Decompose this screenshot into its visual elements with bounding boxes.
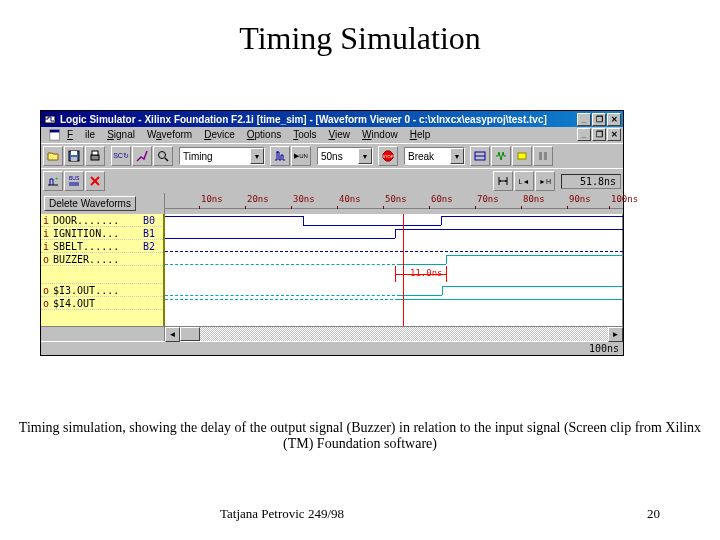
menu-waveform[interactable]: Waveform <box>141 128 198 142</box>
ruler-tick: 90ns <box>569 194 591 204</box>
maximize-button[interactable]: ❐ <box>592 113 606 126</box>
status-bar: 100ns <box>41 341 623 355</box>
slide-caption: Timing simulation, showing the delay of … <box>0 420 720 452</box>
signal-row-sbelt[interactable]: iSBELT......B2 <box>41 240 163 253</box>
ruler-tick: 40ns <box>339 194 361 204</box>
mode-field[interactable] <box>180 150 250 163</box>
run-button[interactable]: ▶UN <box>291 146 311 166</box>
ruler-tick: 80ns <box>523 194 545 204</box>
signal-row-buzzer[interactable]: oBUZZER..... <box>41 253 163 266</box>
menu-help[interactable]: Help <box>404 128 437 142</box>
signal-gap <box>41 266 163 284</box>
slide-title: Timing Simulation <box>0 20 720 57</box>
svg-rect-16 <box>544 152 547 160</box>
break-dropdown[interactable]: ▼ <box>404 147 465 165</box>
tool-btn-c[interactable] <box>512 146 532 166</box>
logic-simulator-window: Logic Simulator - Xilinx Foundation F2.1… <box>40 110 624 356</box>
measure-button[interactable] <box>493 171 513 191</box>
scroll-right-button[interactable]: ► <box>608 327 623 342</box>
mdi-close-button[interactable]: ✕ <box>607 128 621 141</box>
cursor-left-button[interactable]: L◄ <box>514 171 534 191</box>
cursor-right-button[interactable]: ►H <box>535 171 555 191</box>
menubar: File Signal Waveform Device Options Tool… <box>41 127 623 143</box>
ruler-tick: 70ns <box>477 194 499 204</box>
time-display: 51.8ns <box>561 174 621 189</box>
zoom-button[interactable] <box>153 146 173 166</box>
wave-header: Delete Waveforms 10ns 20ns 30ns 40ns 50n… <box>41 193 623 214</box>
ruler-tick: 30ns <box>293 194 315 204</box>
dropdown-arrow-icon[interactable]: ▼ <box>250 148 264 164</box>
svg-rect-15 <box>539 152 542 160</box>
time-ruler[interactable]: 10ns 20ns 30ns 40ns 50ns 60ns 70ns 80ns … <box>165 193 623 209</box>
ruler-tick: 50ns <box>385 194 407 204</box>
tool-btn-a[interactable] <box>470 146 490 166</box>
menu-signal[interactable]: Signal <box>101 128 141 142</box>
svg-rect-14 <box>518 153 526 159</box>
mode-dropdown[interactable]: ▼ <box>179 147 265 165</box>
menu-tools[interactable]: Tools <box>287 128 322 142</box>
svg-rect-4 <box>71 151 77 155</box>
signal-spacer <box>41 310 163 325</box>
signal-row-i4out[interactable]: o$I4.OUT <box>41 297 163 310</box>
step-field[interactable] <box>318 150 358 163</box>
menu-file[interactable]: File <box>61 128 101 142</box>
step-button[interactable] <box>270 146 290 166</box>
tool-btn-b[interactable] <box>491 146 511 166</box>
toolbar-wave: + BUS L◄ ►H 51.8ns <box>41 168 623 193</box>
slide-author: Tatjana Petrovic 249/98 <box>220 506 344 522</box>
stop-button[interactable]: STOP <box>378 146 398 166</box>
cursor-marker[interactable] <box>403 214 404 326</box>
svg-rect-2 <box>50 130 59 133</box>
dropdown-arrow-icon[interactable]: ▼ <box>450 148 464 164</box>
waveform-canvas[interactable]: 11.0ns <box>165 214 623 326</box>
ruler-tick: 10ns <box>201 194 223 204</box>
scroll-left-button[interactable]: ◄ <box>165 327 180 342</box>
svg-rect-7 <box>92 151 98 155</box>
menu-device[interactable]: Device <box>198 128 241 142</box>
scroll-track[interactable] <box>180 327 608 341</box>
toolbar-main: SC↻ ▼ ▶UN ▼ STOP ▼ <box>41 143 623 168</box>
svg-rect-5 <box>71 157 77 161</box>
add-signal-button[interactable]: + <box>43 171 63 191</box>
minimize-button[interactable]: _ <box>577 113 591 126</box>
ruler-tick: 20ns <box>247 194 269 204</box>
menu-options[interactable]: Options <box>241 128 287 142</box>
measure-end <box>446 266 447 282</box>
ruler-tick: 100ns <box>611 194 638 204</box>
mdi-minimize-button[interactable]: _ <box>577 128 591 141</box>
restart-button[interactable]: SC↻ <box>111 146 131 166</box>
save-button[interactable] <box>64 146 84 166</box>
svg-rect-6 <box>91 155 99 160</box>
menu-window[interactable]: Window <box>356 128 404 142</box>
bus-button[interactable]: BUS <box>64 171 84 191</box>
signal-row-ignition[interactable]: iIGNITION...B1 <box>41 227 163 240</box>
waveform-area: iDOOR.......B0 iIGNITION...B1 iSBELT....… <box>41 214 623 326</box>
delete-signal-button[interactable] <box>85 171 105 191</box>
svg-text:+: + <box>55 175 59 181</box>
app-icon <box>43 112 57 126</box>
measure-span <box>395 274 446 275</box>
svg-text:BUS: BUS <box>69 175 80 181</box>
delete-waveforms-button[interactable]: Delete Waveforms <box>44 196 136 211</box>
dropdown-arrow-icon[interactable]: ▼ <box>358 148 372 164</box>
svg-text:STOP: STOP <box>383 154 394 159</box>
mdi-restore-button[interactable]: ❐ <box>592 128 606 141</box>
slide-page: 20 <box>647 506 660 522</box>
ruler-tick: 60ns <box>431 194 453 204</box>
step-dropdown[interactable]: ▼ <box>317 147 373 165</box>
delta-label: 11.0ns <box>409 268 444 278</box>
open-button[interactable] <box>43 146 63 166</box>
titlebar: Logic Simulator - Xilinx Foundation F2.1… <box>41 111 623 127</box>
probe-button[interactable] <box>132 146 152 166</box>
menu-view[interactable]: View <box>323 128 357 142</box>
signal-list: iDOOR.......B0 iIGNITION...B1 iSBELT....… <box>41 214 165 326</box>
break-field[interactable] <box>405 150 450 163</box>
svg-line-9 <box>165 158 168 161</box>
print-button[interactable] <box>85 146 105 166</box>
signal-row-door[interactable]: iDOOR.......B0 <box>41 214 163 227</box>
signal-row-i3out[interactable]: o$I3.OUT.... <box>41 284 163 297</box>
tool-btn-d[interactable] <box>533 146 553 166</box>
scroll-thumb[interactable] <box>180 327 200 341</box>
close-button[interactable]: ✕ <box>607 113 621 126</box>
scrollbar-horizontal[interactable]: ◄ ► <box>41 326 623 341</box>
